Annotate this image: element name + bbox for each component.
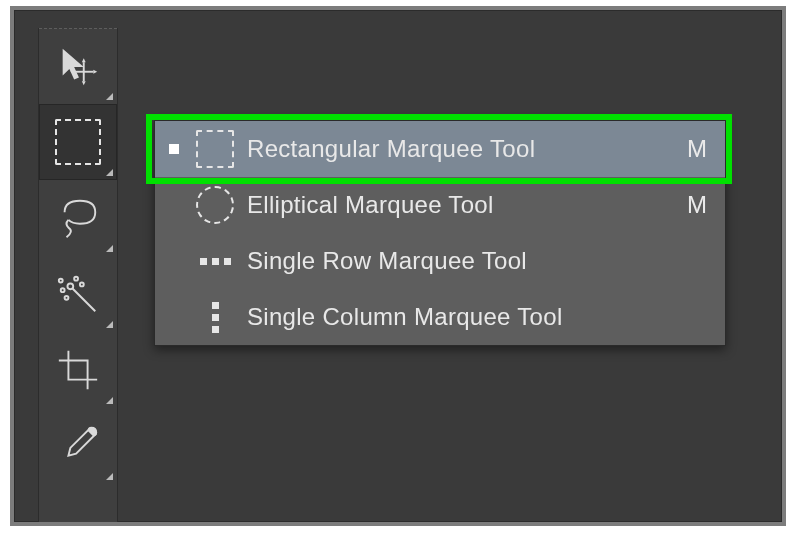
menu-item-single-column-marquee[interactable]: Single Column Marquee Tool xyxy=(155,289,725,345)
rectangular-marquee-tool[interactable] xyxy=(39,104,117,180)
menu-item-shortcut: M xyxy=(687,193,707,217)
menu-item-label: Single Row Marquee Tool xyxy=(247,249,687,273)
active-tool-indicator xyxy=(169,144,179,154)
crop-tool-icon xyxy=(55,347,101,393)
menu-item-label: Single Column Marquee Tool xyxy=(247,305,687,329)
move-tool-icon xyxy=(55,43,101,89)
eyedropper-tool[interactable] xyxy=(39,408,117,484)
single-col-marquee-icon xyxy=(195,299,235,335)
rectangular-marquee-icon xyxy=(195,130,235,168)
menu-item-elliptical-marquee[interactable]: Elliptical Marquee Tool M xyxy=(155,177,725,233)
svg-point-6 xyxy=(59,279,63,283)
menu-item-rectangular-marquee[interactable]: Rectangular Marquee Tool M xyxy=(155,121,725,177)
rectangular-marquee-icon xyxy=(55,119,101,165)
menu-item-single-row-marquee[interactable]: Single Row Marquee Tool xyxy=(155,233,725,289)
menu-item-label: Rectangular Marquee Tool xyxy=(247,137,667,161)
flyout-indicator xyxy=(106,93,113,100)
svg-point-5 xyxy=(74,277,78,281)
move-tool[interactable] xyxy=(39,28,117,104)
screenshot-frame: Rectangular Marquee Tool M Elliptical Ma… xyxy=(10,6,786,526)
svg-line-2 xyxy=(72,288,95,311)
flyout-indicator xyxy=(106,169,113,176)
magic-wand-icon xyxy=(55,271,101,317)
eyedropper-tool-icon xyxy=(55,423,101,469)
svg-point-3 xyxy=(67,283,73,289)
svg-point-8 xyxy=(65,296,69,300)
magic-wand-tool[interactable] xyxy=(39,256,117,332)
lasso-tool[interactable] xyxy=(39,180,117,256)
crop-tool[interactable] xyxy=(39,332,117,408)
flyout-indicator xyxy=(106,397,113,404)
svg-point-7 xyxy=(80,283,84,287)
tools-panel xyxy=(38,28,118,522)
lasso-tool-icon xyxy=(55,195,101,241)
flyout-indicator xyxy=(106,473,113,480)
menu-item-shortcut: M xyxy=(687,137,707,161)
flyout-indicator xyxy=(106,245,113,252)
menu-item-label: Elliptical Marquee Tool xyxy=(247,193,667,217)
flyout-indicator xyxy=(106,321,113,328)
marquee-flyout-menu: Rectangular Marquee Tool M Elliptical Ma… xyxy=(154,120,726,346)
elliptical-marquee-icon xyxy=(195,186,235,224)
svg-point-4 xyxy=(61,288,65,292)
single-row-marquee-icon xyxy=(195,258,235,265)
